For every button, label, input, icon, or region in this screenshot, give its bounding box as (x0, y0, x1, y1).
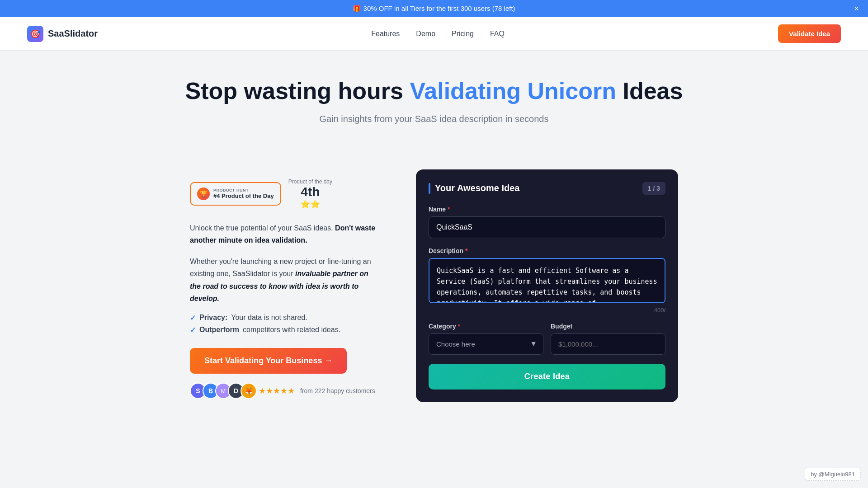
create-idea-button[interactable]: Create Idea (429, 364, 665, 389)
description-label: Description * (429, 247, 665, 254)
nav-pricing-link[interactable]: Pricing (452, 30, 474, 38)
form-title-bar-icon (429, 183, 430, 194)
category-select[interactable]: Choose here (429, 333, 543, 355)
social-proof: S B D 🦊 ★★★★★ from 222 happy customers (190, 383, 380, 399)
feature-outperform: ✓ Outperform competitors with related id… (190, 326, 380, 334)
badge-day-label: Product of the day (288, 178, 332, 185)
name-label: Name * (429, 206, 665, 213)
privacy-text: Your data is not shared. (231, 314, 307, 322)
privacy-label: Privacy: (199, 314, 227, 322)
product-of-day-badge: Product of the day 4th ⭐⭐ (288, 178, 332, 209)
left-description: Unlock the true potential of your SaaS i… (190, 222, 380, 246)
stars-rating: ★★★★★ (259, 386, 295, 396)
avatar-5: 🦊 (241, 383, 257, 399)
announcement-close-button[interactable]: × (854, 4, 859, 14)
left-column: 🏆 PRODUCT HUNT #4 Product of the Day Pro… (190, 169, 380, 399)
logo-text: SaaSlidator (48, 28, 98, 39)
form-title-text: Your Awesome Idea (435, 183, 519, 193)
nav-features-link[interactable]: Features (371, 30, 400, 38)
ph-title: #4 Product of the Day (213, 192, 274, 199)
description-textarea[interactable] (429, 258, 665, 303)
category-required: * (458, 323, 460, 330)
product-hunt-icon: 🏆 (197, 188, 210, 200)
form-header: Your Awesome Idea 1 / 3 (429, 182, 665, 195)
day-stars-icon: ⭐⭐ (300, 199, 320, 209)
hero-subtitle: Gain insights from your SaaS idea descri… (27, 114, 841, 124)
navigation: 🎯 SaaSlidator Features Demo Pricing FAQ … (0, 17, 868, 51)
outperform-text: competitors with related ideas. (243, 326, 340, 334)
announcement-bar: 🎁 30% OFF in all Tiers for the first 300… (0, 0, 868, 17)
form-bottom-row: Category * Choose here ▼ Budget (429, 323, 665, 355)
outperform-label: Outperform (199, 326, 239, 334)
desc-part1: Unlock the true potential of your SaaS i… (190, 224, 333, 232)
watermark: by @Miguelo981 (805, 468, 861, 481)
hero-headline: Stop wasting hours Validating Unicorn Id… (27, 78, 841, 105)
check-icon-privacy: ✓ (190, 314, 196, 322)
main-content: 🏆 PRODUCT HUNT #4 Product of the Day Pro… (118, 169, 750, 429)
form-step-indicator: 1 / 3 (642, 182, 665, 195)
create-btn-wrapper: Create Idea (429, 364, 665, 389)
category-select-wrapper: Choose here ▼ (429, 333, 543, 355)
logo-link[interactable]: 🎯 SaaSlidator (27, 26, 98, 42)
name-required: * (448, 206, 450, 213)
badges-row: 🏆 PRODUCT HUNT #4 Product of the Day Pro… (190, 178, 380, 209)
name-field-group: Name * (429, 206, 665, 238)
idea-form-card: Your Awesome Idea 1 / 3 Name * Descripti… (416, 169, 678, 402)
announcement-text: 🎁 30% OFF in all Tiers for the first 300… (353, 5, 515, 13)
logo-icon: 🎯 (27, 26, 43, 42)
budget-label: Budget (551, 323, 665, 330)
name-input[interactable] (429, 216, 665, 238)
description-required: * (465, 247, 467, 254)
ph-label: PRODUCT HUNT (213, 188, 274, 192)
avatars-group: S B D 🦊 (190, 383, 253, 399)
proof-text: from 222 happy customers (300, 387, 375, 394)
watermark-text: by @Miguelo981 (811, 471, 855, 478)
badge-day-number: 4th (301, 185, 320, 199)
description-field-group: Description * 400/ (429, 247, 665, 314)
hero-headline-end: Ideas (616, 78, 683, 104)
form-title-group: Your Awesome Idea (429, 183, 519, 194)
feature-list: ✓ Privacy: Your data is not shared. ✓ Ou… (190, 314, 380, 334)
hero-section: Stop wasting hours Validating Unicorn Id… (0, 51, 868, 169)
category-field-group: Category * Choose here ▼ (429, 323, 543, 355)
hero-headline-highlight: Validating Unicorn (410, 78, 616, 104)
nav-links: Features Demo Pricing FAQ (371, 30, 505, 38)
nav-demo-link[interactable]: Demo (416, 30, 435, 38)
start-validating-button[interactable]: Start Validating Your Business → (190, 348, 347, 374)
category-label: Category * (429, 323, 543, 330)
nav-faq-link[interactable]: FAQ (490, 30, 505, 38)
check-icon-outperform: ✓ (190, 326, 196, 334)
char-count: 400/ (429, 307, 665, 314)
product-hunt-badge: 🏆 PRODUCT HUNT #4 Product of the Day (190, 182, 281, 206)
left-description-2: Whether you're launching a new project o… (190, 255, 380, 305)
feature-privacy: ✓ Privacy: Your data is not shared. (190, 314, 380, 322)
budget-field-group: Budget (551, 323, 665, 355)
validate-idea-button[interactable]: Validate Idea (778, 24, 841, 43)
product-hunt-text: PRODUCT HUNT #4 Product of the Day (213, 188, 274, 199)
hero-headline-start: Stop wasting hours (185, 78, 410, 104)
budget-input[interactable] (551, 333, 665, 355)
right-column: Your Awesome Idea 1 / 3 Name * Descripti… (416, 169, 678, 402)
